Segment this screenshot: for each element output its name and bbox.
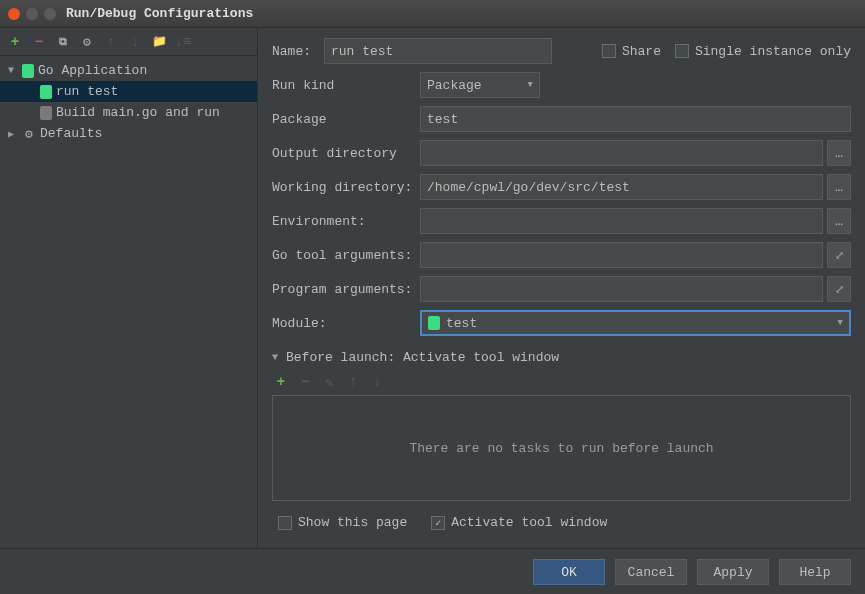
activate-tool-checkbox[interactable]: Activate tool window [431,515,607,530]
before-launch-tasks: There are no tasks to run before launch [272,395,851,501]
tree-label: Go Application [38,63,147,78]
go-icon [428,316,440,330]
checkbox-icon [278,516,292,530]
working-dir-input[interactable] [420,174,823,200]
tree-label: Defaults [40,126,102,141]
go-icon [22,64,34,78]
tree-node-build-main[interactable]: Build main.go and run [0,102,257,123]
module-label: Module: [272,316,420,331]
edit-icon: ✎ [322,375,336,389]
window-buttons [8,8,56,20]
module-select[interactable]: test ▼ [420,310,851,336]
maximize-icon[interactable] [44,8,56,20]
apply-button[interactable]: Apply [697,559,769,585]
empty-text: There are no tasks to run before launch [409,441,713,456]
checkbox-icon [675,44,689,58]
dialog-footer: OK Cancel Apply Help [0,548,865,594]
program-args-input[interactable] [420,276,823,302]
program-args-label: Program arguments: [272,282,420,297]
go-tool-args-label: Go tool arguments: [272,248,420,263]
go-icon [40,85,52,99]
before-launch-header[interactable]: ▼ Before launch: Activate tool window [272,350,851,365]
config-tree: ▼ Go Application run test Build main.go … [0,56,257,148]
collapse-icon[interactable]: ▼ [272,352,282,363]
chevron-down-icon: ▼ [838,318,843,328]
module-value: test [446,316,477,331]
output-dir-label: Output directory [272,146,420,161]
activate-tool-label: Activate tool window [451,515,607,530]
environment-label: Environment: [272,214,420,229]
titlebar: Run/Debug Configurations [0,0,865,28]
package-input[interactable] [420,106,851,132]
minimize-icon[interactable] [26,8,38,20]
form-panel: Name: Share Single instance only Run kin… [258,28,865,548]
show-page-label: Show this page [298,515,407,530]
run-kind-value: Package [427,78,482,93]
environment-input[interactable] [420,208,823,234]
expand-icon[interactable]: ▶ [8,128,18,140]
chevron-down-icon: ▼ [528,80,533,90]
add-icon[interactable]: + [274,375,288,389]
tree-node-run-test[interactable]: run test [0,81,257,102]
down-icon: ↓ [128,35,142,49]
working-dir-label: Working directory: [272,180,420,195]
output-dir-browse-button[interactable]: … [827,140,851,166]
expand-icon[interactable]: ⤢ [827,276,851,302]
gear-icon[interactable]: ⚙ [80,35,94,49]
window-title: Run/Debug Configurations [66,6,253,21]
run-kind-select[interactable]: Package ▼ [420,72,540,98]
name-label: Name: [272,44,324,59]
environment-browse-button[interactable]: … [827,208,851,234]
before-launch-title: Before launch: Activate tool window [286,350,559,365]
close-icon[interactable] [8,8,20,20]
ok-button[interactable]: OK [533,559,605,585]
copy-icon[interactable]: ⧉ [56,35,70,49]
share-label: Share [622,44,661,59]
checkbox-icon [602,44,616,58]
add-icon[interactable]: + [8,35,22,49]
up-icon: ↑ [104,35,118,49]
before-launch-toolbar: + − ✎ ↑ ↓ [272,371,851,393]
single-label: Single instance only [695,44,851,59]
expand-icon[interactable]: ⤢ [827,242,851,268]
checkbox-icon [431,516,445,530]
run-kind-label: Run kind [272,78,420,93]
up-icon: ↑ [346,375,360,389]
tree-node-go-application[interactable]: ▼ Go Application [0,60,257,81]
tree-label: Build main.go and run [56,105,220,120]
help-button[interactable]: Help [779,559,851,585]
sort-icon: ↓≡ [176,35,190,49]
share-checkbox[interactable]: Share [602,44,661,59]
remove-icon[interactable]: − [32,35,46,49]
sidebar-toolbar: + − ⧉ ⚙ ↑ ↓ 📁 ↓≡ [0,28,257,56]
tree-node-defaults[interactable]: ▶ ⚙ Defaults [0,123,257,144]
tree-label: run test [56,84,118,99]
show-page-checkbox[interactable]: Show this page [278,515,407,530]
go-icon [40,106,52,120]
single-instance-checkbox[interactable]: Single instance only [675,44,851,59]
working-dir-browse-button[interactable]: … [827,174,851,200]
down-icon: ↓ [370,375,384,389]
package-label: Package [272,112,420,127]
output-dir-input[interactable] [420,140,823,166]
folder-icon[interactable]: 📁 [152,35,166,49]
cancel-button[interactable]: Cancel [615,559,687,585]
remove-icon: − [298,375,312,389]
name-input[interactable] [324,38,552,64]
expand-icon[interactable]: ▼ [8,65,18,76]
sidebar: + − ⧉ ⚙ ↑ ↓ 📁 ↓≡ ▼ Go Application run te… [0,28,258,548]
gear-icon: ⚙ [22,127,36,141]
go-tool-args-input[interactable] [420,242,823,268]
